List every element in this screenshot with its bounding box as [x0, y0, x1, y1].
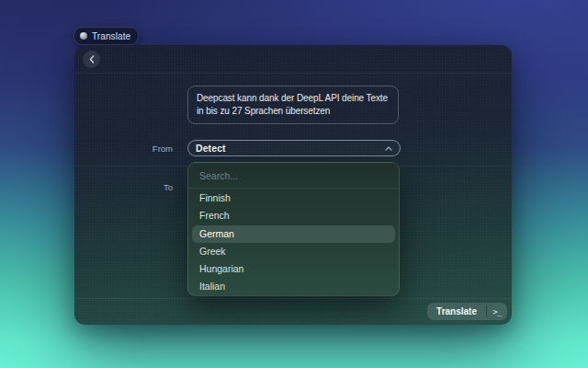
language-option-italian[interactable]: Italian: [188, 278, 399, 295]
translate-text-input[interactable]: Deepcast kann dank der DeepL API deine T…: [187, 86, 399, 124]
desktop-background: Translate Deepcast kann dank der DeepL A…: [0, 0, 588, 368]
launcher-pill[interactable]: Translate: [74, 27, 139, 45]
primary-action-group[interactable]: Translate >_: [427, 303, 507, 320]
to-label: To: [102, 182, 173, 192]
language-option-greek[interactable]: Greek: [188, 243, 399, 260]
terminal-icon[interactable]: >_: [487, 303, 507, 320]
translate-button[interactable]: Translate: [427, 303, 486, 320]
language-option-german[interactable]: German: [192, 225, 395, 243]
language-option-hungarian[interactable]: Hungarian: [188, 260, 399, 278]
language-option-list: Finnish French German Greek Hungarian It…: [188, 189, 399, 296]
from-language-select[interactable]: Detect: [187, 140, 401, 156]
chevron-left-icon: [89, 55, 95, 63]
language-dropdown-panel: Finnish French German Greek Hungarian It…: [187, 162, 400, 296]
language-option-finnish[interactable]: Finnish: [188, 190, 399, 207]
language-option-french[interactable]: French: [188, 207, 399, 224]
chevron-up-icon: [385, 146, 392, 151]
launcher-pill-label: Translate: [92, 31, 130, 41]
language-search-row: [188, 163, 399, 189]
translate-window: Deepcast kann dank der DeepL API deine T…: [74, 45, 512, 325]
action-bar-divider: [74, 298, 512, 299]
header-divider: [74, 73, 512, 74]
from-label: From: [102, 144, 173, 154]
language-search-input[interactable]: [199, 170, 388, 181]
extension-icon: [80, 32, 87, 40]
back-button[interactable]: [83, 51, 100, 68]
from-language-value: Detect: [196, 143, 385, 154]
